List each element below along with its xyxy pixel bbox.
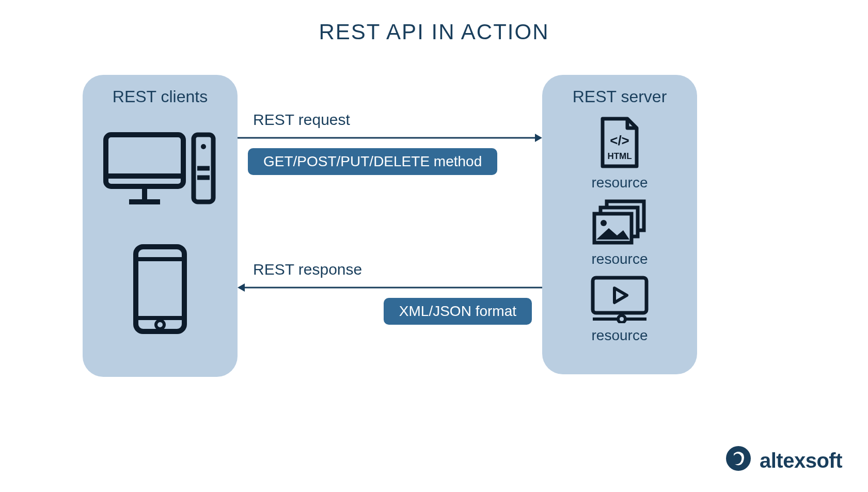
request-label: REST request xyxy=(253,111,542,129)
svg-point-5 xyxy=(201,144,206,149)
svg-rect-18 xyxy=(593,278,646,313)
client-icons-group xyxy=(83,132,238,338)
request-methods-pill: GET/POST/PUT/DELETE method xyxy=(248,148,497,175)
resource-video-label: resource xyxy=(592,327,648,344)
server-title: REST server xyxy=(542,75,697,106)
brand-name: altexsoft xyxy=(760,449,842,472)
diagram-title: REST API IN ACTION xyxy=(0,0,868,44)
diagram-stage: REST clients xyxy=(0,75,868,492)
resource-video: resource xyxy=(589,275,651,344)
resource-html-label: resource xyxy=(592,174,648,191)
video-player-icon xyxy=(589,275,651,325)
resource-images: resource xyxy=(591,198,648,267)
desktop-and-remote-icon xyxy=(103,132,217,212)
smartphone-icon xyxy=(132,243,188,338)
resource-html: </> HTML resource xyxy=(592,117,648,191)
svg-text:</>: </> xyxy=(610,133,629,148)
response-format-pill: XML/JSON format xyxy=(384,298,532,325)
altexsoft-logo-icon xyxy=(723,445,753,477)
server-panel: REST server </> HTML resource xyxy=(542,75,697,374)
svg-point-11 xyxy=(156,321,164,329)
resource-images-label: resource xyxy=(592,251,648,267)
image-gallery-icon xyxy=(591,198,648,249)
response-arrow-group: REST response XML/JSON format xyxy=(238,261,542,325)
svg-point-20 xyxy=(618,315,625,323)
svg-point-17 xyxy=(601,220,607,226)
html-file-icon: </> HTML xyxy=(596,117,643,172)
svg-text:HTML: HTML xyxy=(607,151,632,161)
response-arrow-icon xyxy=(238,281,542,294)
server-resources: </> HTML resource resource xyxy=(542,117,697,344)
clients-panel: REST clients xyxy=(83,75,238,377)
brand-logo: altexsoft xyxy=(723,445,842,477)
response-label: REST response xyxy=(253,261,542,278)
clients-title: REST clients xyxy=(83,75,238,106)
request-arrow-group: REST request GET/POST/PUT/DELETE method xyxy=(238,111,542,175)
request-arrow-icon xyxy=(238,132,542,144)
